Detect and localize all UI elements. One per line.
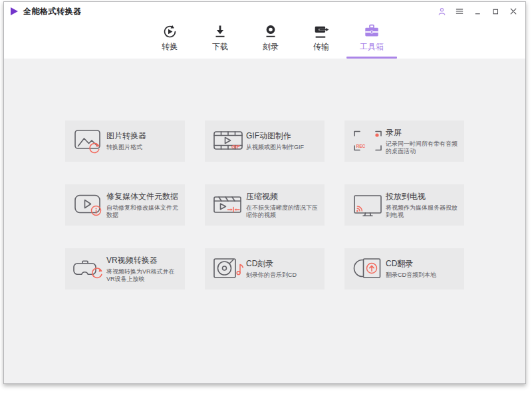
- window-controls: [436, 6, 519, 17]
- tool-card-vr-converter[interactable]: VR视频转换器 将视频转换为VR格式并在VR设备上放映: [65, 248, 185, 290]
- cd-rip-icon: [351, 255, 384, 283]
- vr-converter-icon: [72, 255, 105, 283]
- cast-tv-icon: [351, 191, 384, 219]
- tool-card-image-converter[interactable]: 图片转换器 转换图片格式: [65, 120, 185, 162]
- card-title: 图片转换器: [106, 130, 180, 142]
- tab-label: 工具箱: [360, 41, 384, 53]
- tool-card-screen-record[interactable]: REC 录屏 记录同一时间所有带有音频的桌面活动: [344, 120, 464, 162]
- tab-label: 转换: [162, 41, 178, 53]
- card-title: 压缩视频: [246, 191, 319, 202]
- tab-convert[interactable]: 转换: [144, 21, 195, 59]
- card-desc: 自动修复和修改媒体文件元数据: [106, 204, 180, 220]
- tool-card-compress-video[interactable]: 压缩视频 在不损失清晰度的情况下压缩你的视频: [205, 184, 325, 226]
- tool-card-fix-metadata[interactable]: 修复媒体文件元数据 自动修复和修改媒体文件元数据: [65, 184, 185, 226]
- burn-icon: [263, 23, 279, 40]
- card-desc: 翻录CD音频到本地: [386, 272, 459, 280]
- tab-label: 刻录: [263, 41, 279, 53]
- maximize-icon: [491, 7, 500, 16]
- card-desc: 刻录你的音乐到CD: [246, 272, 319, 280]
- card-desc: 将视频转换为VR格式并在VR设备上放映: [106, 268, 180, 284]
- card-title: VR视频转换器: [106, 255, 180, 266]
- card-desc: 将视频作为媒体服务器投放到电视: [386, 204, 459, 220]
- hamburger-icon: [455, 7, 464, 16]
- image-converter-icon: [72, 127, 105, 155]
- convert-icon: [162, 23, 178, 40]
- card-title: 录屏: [386, 127, 459, 138]
- card-desc: 记录同一时间所有带有音频的桌面活动: [386, 140, 459, 156]
- screen-record-icon: REC: [351, 127, 384, 155]
- nav-tabs: 转换 下载 刻录: [4, 21, 525, 59]
- tab-label: 下载: [212, 41, 228, 53]
- svg-text:REC: REC: [356, 144, 366, 148]
- card-desc: 转换图片格式: [106, 144, 180, 152]
- person-icon: [437, 7, 447, 17]
- card-desc: 在不损失清晰度的情况下压缩你的视频: [246, 204, 319, 220]
- card-title: 投放到电视: [386, 191, 459, 202]
- gif-maker-icon: GIF: [211, 127, 245, 155]
- menu-button[interactable]: [454, 6, 465, 17]
- tool-card-cast-to-tv[interactable]: 投放到电视 将视频作为媒体服务器投放到电视: [344, 184, 464, 226]
- toolbox-icon: [364, 23, 380, 40]
- compress-video-icon: [211, 191, 245, 219]
- card-title: 修复媒体文件元数据: [106, 191, 180, 202]
- maximize-button[interactable]: [490, 6, 501, 17]
- titlebar: 全能格式转换器: [4, 2, 525, 21]
- app-logo-icon: [11, 7, 18, 15]
- card-desc: 从视频或图片制作GIF: [246, 144, 319, 152]
- card-title: GIF动图制作: [246, 130, 319, 142]
- tool-card-cd-burn[interactable]: CD刻录 刻录你的音乐到CD: [205, 248, 325, 290]
- cd-burn-icon: [211, 255, 245, 283]
- minimize-button[interactable]: [472, 6, 483, 17]
- transfer-icon: [313, 23, 330, 40]
- card-title: CD刻录: [246, 258, 319, 270]
- tab-toolbox[interactable]: 工具箱: [346, 21, 397, 59]
- close-icon: [509, 7, 518, 16]
- svg-text:GIF: GIF: [231, 144, 240, 150]
- minimize-icon: [473, 7, 482, 16]
- tab-download[interactable]: 下载: [195, 21, 245, 59]
- download-icon: [212, 23, 228, 40]
- tab-label: 传输: [313, 41, 329, 53]
- tab-transfer[interactable]: 传输: [296, 21, 346, 59]
- app-title: 全能格式转换器: [23, 6, 82, 17]
- card-title: CD翻录: [386, 258, 459, 270]
- tool-card-cd-rip[interactable]: CD翻录 翻录CD音频到本地: [344, 248, 464, 290]
- toolbox-panel: 图片转换器 转换图片格式 GIF GIF动图制作 从视频或图片制作GIF: [4, 59, 525, 383]
- tool-card-gif-maker[interactable]: GIF GIF动图制作 从视频或图片制作GIF: [205, 120, 325, 162]
- toolbox-grid: 图片转换器 转换图片格式 GIF GIF动图制作 从视频或图片制作GIF: [65, 120, 464, 290]
- fix-metadata-icon: [72, 191, 105, 219]
- tab-burn[interactable]: 刻录: [245, 21, 296, 59]
- app-window: 全能格式转换器: [3, 1, 526, 384]
- close-button[interactable]: [508, 6, 519, 17]
- account-button[interactable]: [436, 6, 447, 17]
